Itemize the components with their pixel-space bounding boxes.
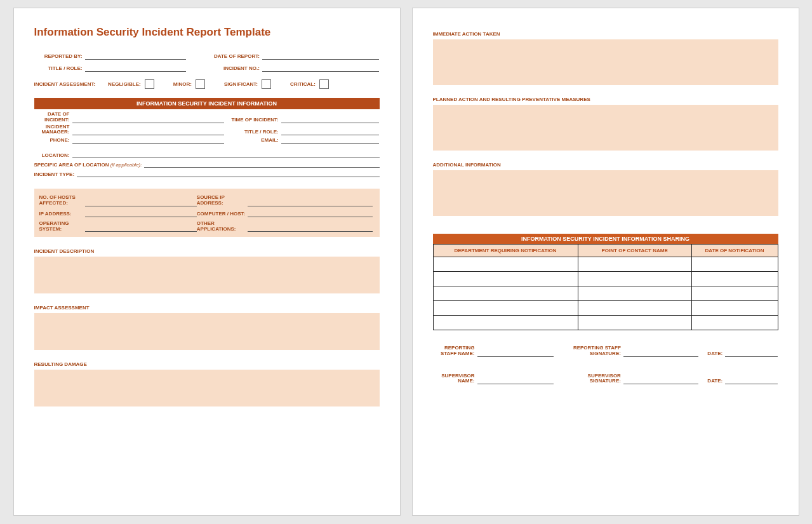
label-planned: PLANNED ACTION AND RESULTING PREVENTATIV…: [433, 97, 778, 102]
label-location: LOCATION:: [34, 152, 72, 158]
field-incident-description[interactable]: [34, 257, 380, 293]
field-date-2[interactable]: [725, 377, 778, 384]
checkbox-significant[interactable]: [262, 79, 271, 89]
field-date-1[interactable]: [725, 350, 778, 357]
label-incident-manager: INCIDENT MANAGER:: [34, 124, 72, 136]
field-incident-type[interactable]: [77, 170, 379, 177]
field-title-role[interactable]: [85, 65, 186, 72]
label-significant: SIGNIFICANT:: [224, 81, 258, 87]
field-supervisor-signature[interactable]: [623, 377, 698, 384]
field-location[interactable]: [72, 151, 380, 158]
label-incident-description: INCIDENT DESCRIPTION: [34, 248, 380, 254]
label-damage: RESULTING DAMAGE: [34, 361, 380, 367]
label-ip-address: IP ADDRESS:: [34, 212, 85, 217]
label-computer-host: COMPUTER / HOST:: [197, 212, 248, 217]
checkbox-critical[interactable]: [319, 79, 329, 89]
label-negligible: NEGLIGIBLE:: [108, 81, 141, 87]
page-1: Information Security Incident Report Tem…: [13, 8, 401, 516]
label-email: EMAIL:: [224, 138, 281, 144]
label-critical: CRITICAL:: [290, 81, 316, 87]
table-row[interactable]: [433, 301, 778, 316]
checkbox-minor[interactable]: [196, 79, 205, 89]
field-other-apps[interactable]: [248, 225, 373, 232]
label-minor: MINOR:: [173, 81, 192, 87]
field-damage[interactable]: [34, 370, 380, 406]
field-computer-host[interactable]: [248, 210, 373, 217]
label-date-of-report: DATE OF REPORT:: [205, 54, 262, 60]
field-email[interactable]: [281, 137, 380, 144]
field-reporting-staff-name[interactable]: [477, 350, 554, 357]
label-source-ip: SOURCE IP ADDRESS:: [197, 195, 248, 206]
field-ip-address[interactable]: [85, 210, 197, 217]
col-department: DEPARTMENT REQUIRING NOTIFICATION: [433, 245, 578, 257]
notification-table: DEPARTMENT REQUIRING NOTIFICATION POINT …: [433, 244, 778, 330]
field-impact[interactable]: [34, 313, 380, 350]
table-row[interactable]: [433, 286, 778, 301]
field-reported-by[interactable]: [85, 53, 186, 60]
table-row[interactable]: [433, 316, 778, 330]
field-title-role-2[interactable]: [281, 128, 380, 135]
label-assessment: INCIDENT ASSESSMENT:: [34, 81, 96, 87]
label-additional: ADDITIONAL INFORMATION: [433, 162, 778, 168]
label-incident-no: INCIDENT NO.:: [205, 66, 262, 72]
label-os: OPERATING SYSTEM:: [34, 221, 85, 232]
field-planned[interactable]: [433, 105, 778, 151]
label-supervisor-signature: SUPERVISOR SIGNATURE:: [566, 373, 623, 385]
col-date: DATE OF NOTIFICATION: [691, 245, 778, 257]
label-immediate: IMMEDIATE ACTION TAKEN: [433, 31, 778, 37]
section-bar-info: INFORMATION SECURITY INCIDENT INFORMATIO…: [34, 98, 380, 109]
table-row[interactable]: [433, 257, 778, 272]
field-supervisor-name[interactable]: [477, 377, 554, 384]
field-hosts[interactable]: [85, 199, 197, 206]
label-time-of-incident: TIME OF INCIDENT:: [224, 118, 281, 123]
field-phone[interactable]: [72, 137, 224, 144]
form-title: Information Security Incident Report Tem…: [34, 26, 380, 39]
label-incident-type: INCIDENT TYPE:: [34, 171, 77, 177]
field-time-of-incident[interactable]: [281, 116, 380, 123]
field-reporting-staff-signature[interactable]: [623, 350, 698, 357]
section-bar-sharing: INFORMATION SECURITY INCIDENT INFORMATIO…: [433, 234, 778, 244]
field-incident-manager[interactable]: [72, 128, 224, 135]
label-other-apps: OTHER APPLICATIONS:: [197, 221, 248, 232]
label-specific-area: SPECIFIC AREA OF LOCATION (if applicable…: [34, 162, 145, 168]
checkbox-negligible[interactable]: [145, 79, 154, 89]
label-reporting-staff-signature: REPORTING STAFF SIGNATURE:: [566, 346, 623, 357]
field-immediate[interactable]: [433, 39, 778, 85]
table-row[interactable]: [433, 272, 778, 286]
technical-details-box: NO. OF HOSTS AFFECTED: SOURCE IP ADDRESS…: [34, 189, 380, 237]
label-date-1: DATE:: [707, 351, 725, 357]
field-date-of-incident[interactable]: [72, 116, 224, 123]
label-reported-by: REPORTED BY:: [34, 54, 85, 60]
field-additional[interactable]: [433, 170, 778, 216]
field-source-ip[interactable]: [248, 199, 373, 206]
page-2: IMMEDIATE ACTION TAKEN PLANNED ACTION AN…: [412, 8, 799, 516]
label-phone: PHONE:: [34, 138, 72, 144]
col-contact: POINT OF CONTACT NAME: [578, 245, 691, 257]
field-specific-area[interactable]: [144, 161, 379, 168]
field-os[interactable]: [85, 225, 197, 232]
label-date-of-incident: DATE OF INCIDENT:: [34, 112, 72, 123]
label-reporting-staff-name: REPORTING STAFF NAME:: [433, 346, 477, 357]
field-incident-no[interactable]: [262, 65, 380, 72]
label-impact: IMPACT ASSESSMENT: [34, 305, 380, 311]
label-title-role: TITLE / ROLE:: [34, 66, 85, 72]
field-date-of-report[interactable]: [262, 53, 380, 60]
label-date-2: DATE:: [707, 379, 725, 384]
label-hosts: NO. OF HOSTS AFFECTED:: [34, 195, 85, 206]
label-title-role-2: TITLE / ROLE:: [224, 130, 281, 135]
label-supervisor-name: SUPERVISOR NAME:: [433, 373, 477, 385]
